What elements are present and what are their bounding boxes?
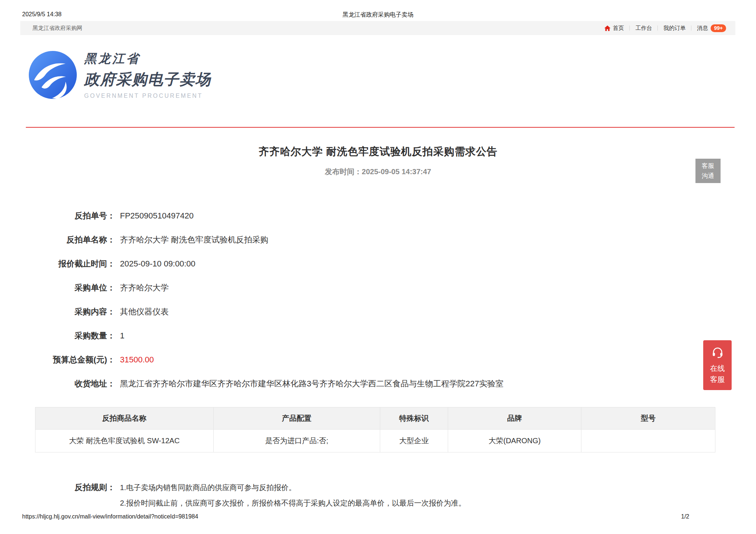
field-label: 反拍单号：	[0, 210, 115, 221]
table-row: 大荣 耐洗色牢度试验机 SW-12AC 是否为进口产品:否; 大型企业 大荣(D…	[35, 430, 715, 452]
col-header-special-tag: 特殊标识	[380, 407, 448, 430]
table-header-row: 反拍商品名称 产品配置 特殊标识 品牌 型号	[35, 407, 715, 430]
nav-item-label: 消息	[697, 25, 708, 32]
field-row: 反拍单号： FP25090510497420	[0, 204, 756, 228]
field-label: 采购内容：	[0, 306, 115, 317]
publish-time-label: 发布时间：	[325, 168, 362, 176]
rules-label: 反拍规则：	[0, 480, 115, 511]
field-label: 反拍单名称：	[0, 234, 115, 245]
print-footer-page-number: 1/2	[681, 513, 689, 520]
nav-item-label: 我的订单	[663, 25, 685, 32]
field-label: 收货地址：	[0, 378, 115, 389]
customer-service-button[interactable]: 客服 沟通	[695, 159, 721, 183]
field-row: 收货地址： 黑龙江省齐齐哈尔市建华区齐齐哈尔市建华区林化路3号齐齐哈尔大学西二区…	[0, 372, 756, 396]
nav-item-label: 工作台	[635, 25, 652, 32]
field-value: 齐齐哈尔大学 耐洗色牢度试验机反拍采购	[120, 234, 268, 245]
home-icon	[604, 25, 611, 32]
site-logo: 黑龙江省 政府采购电子卖场 GOVERNMENT PROCUREMENT	[29, 51, 211, 99]
logo-line2: 政府采购电子卖场	[84, 69, 211, 90]
rules-list: 1.电子卖场内销售同款商品的供应商可参与反拍报价。 2.报价时间截止前，供应商可…	[120, 480, 466, 511]
field-label: 预算总金额(元)：	[0, 354, 115, 365]
top-navbar: 黑龙江省政府采购网 首页 工作台 我的订单 消息 99+	[20, 21, 735, 35]
print-footer-url: https://hljcg.hlj.gov.cn/mall-view/infor…	[22, 513, 198, 520]
cell-brand: 大荣(DARONG)	[448, 430, 581, 452]
field-row: 采购数量： 1	[0, 324, 756, 348]
field-row: 报价截止时间： 2025-09-10 09:00:00	[0, 252, 756, 276]
field-row: 采购内容： 其他仪器仪表	[0, 300, 756, 324]
field-value: 其他仪器仪表	[120, 306, 169, 317]
field-row: 反拍单名称： 齐齐哈尔大学 耐洗色牢度试验机反拍采购	[0, 228, 756, 252]
online-service-line2: 客服	[710, 374, 725, 385]
rule-item: 2.报价时间截止前，供应商可多次报价，所报价格不得高于采购人设定的最高单价，以最…	[120, 495, 466, 511]
navbar-menu: 首页 工作台 我的订单 消息 99+	[598, 24, 732, 32]
budget-amount-value: 31500.00	[120, 355, 154, 365]
logo-line1: 黑龙江省	[84, 51, 211, 67]
col-header-configuration: 产品配置	[213, 407, 380, 430]
auction-rules: 反拍规则： 1.电子卖场内销售同款商品的供应商可参与反拍报价。 2.报价时间截止…	[0, 480, 756, 511]
nav-item-my-orders[interactable]: 我的订单	[658, 25, 691, 32]
col-header-product-name: 反拍商品名称	[35, 407, 214, 430]
product-table: 反拍商品名称 产品配置 特殊标识 品牌 型号 大荣 耐洗色牢度试验机 SW-12…	[35, 407, 715, 452]
online-service-line1: 在线	[710, 363, 725, 374]
customer-service-line1: 客服	[702, 161, 714, 171]
col-header-model: 型号	[581, 407, 715, 430]
field-label: 报价截止时间：	[0, 258, 115, 269]
cell-model	[581, 430, 715, 452]
field-value: 齐齐哈尔大学	[120, 282, 169, 293]
customer-service-line2: 沟通	[702, 171, 714, 181]
col-header-brand: 品牌	[448, 407, 581, 430]
field-value: 1	[120, 331, 124, 341]
logo-text: 黑龙江省 政府采购电子卖场 GOVERNMENT PROCUREMENT	[84, 51, 211, 99]
field-label: 采购数量：	[0, 330, 115, 341]
site-name-link[interactable]: 黑龙江省政府采购网	[32, 25, 82, 32]
cell-configuration: 是否为进口产品:否;	[213, 430, 380, 452]
nav-item-workbench[interactable]: 工作台	[630, 25, 657, 32]
page-title: 齐齐哈尔大学 耐洗色牢度试验机反拍采购需求公告	[0, 145, 756, 159]
product-table-wrap: 反拍商品名称 产品配置 特殊标识 品牌 型号 大荣 耐洗色牢度试验机 SW-12…	[35, 407, 715, 452]
nav-item-home[interactable]: 首页	[598, 25, 629, 32]
publish-time-line: 发布时间：2025-09-05 14:37:47	[0, 167, 756, 177]
logo-subtitle: GOVERNMENT PROCUREMENT	[84, 93, 211, 99]
online-service-button[interactable]: 在线 客服	[703, 340, 732, 390]
field-row: 预算总金额(元)： 31500.00	[0, 348, 756, 372]
red-divider	[26, 127, 735, 128]
headset-icon	[711, 346, 724, 359]
field-label: 采购单位：	[0, 282, 115, 293]
field-row: 采购单位： 齐齐哈尔大学	[0, 276, 756, 300]
publish-time-value: 2025-09-05 14:37:47	[362, 168, 431, 176]
field-value: 黑龙江省齐齐哈尔市建华区齐齐哈尔市建华区林化路3号齐齐哈尔大学西二区食品与生物工…	[120, 378, 504, 389]
message-count-badge: 99+	[711, 24, 726, 32]
logo-dragon-icon	[29, 51, 77, 99]
field-value: 2025-09-10 09:00:00	[120, 259, 195, 269]
field-value: FP25090510497420	[120, 211, 193, 221]
nav-item-messages[interactable]: 消息 99+	[691, 24, 732, 32]
cell-special-tag: 大型企业	[380, 430, 448, 452]
notice-field-list: 反拍单号： FP25090510497420 反拍单名称： 齐齐哈尔大学 耐洗色…	[0, 204, 756, 396]
rule-item: 1.电子卖场内销售同款商品的供应商可参与反拍报价。	[120, 480, 466, 495]
nav-item-label: 首页	[613, 25, 624, 32]
print-doc-title: 黑龙江省政府采购电子卖场	[0, 11, 756, 19]
cell-product-name: 大荣 耐洗色牢度试验机 SW-12AC	[35, 430, 214, 452]
